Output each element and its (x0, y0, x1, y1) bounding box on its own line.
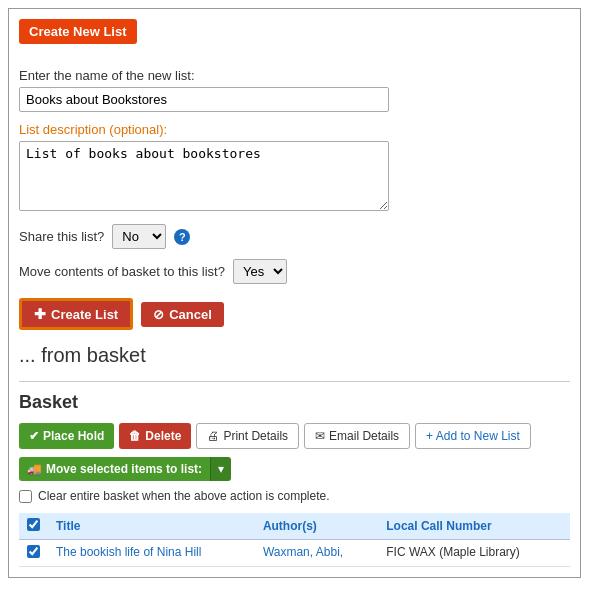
move-basket-select[interactable]: Yes No (233, 259, 287, 284)
list-desc-input[interactable]: List of books about bookstores (19, 141, 389, 211)
cancel-icon: ⊘ (153, 307, 164, 322)
share-label: Share this list? (19, 229, 104, 244)
delete-label: Delete (145, 429, 181, 443)
print-details-button[interactable]: 🖨 Print Details (196, 423, 299, 449)
desc-label: List description (optional): (19, 122, 570, 137)
from-basket-text: ... from basket (19, 344, 570, 367)
basket-toolbar: ✔ Place Hold 🗑 Delete 🖨 Print Details ✉ … (19, 423, 570, 449)
checkmark-icon: ✔ (29, 429, 39, 443)
printer-icon: 🖨 (207, 429, 219, 443)
email-details-label: Email Details (329, 429, 399, 443)
place-hold-label: Place Hold (43, 429, 104, 443)
print-details-label: Print Details (223, 429, 288, 443)
move-selected-button[interactable]: 🚚 Move selected items to list: (19, 457, 210, 481)
trash-icon: 🗑 (129, 429, 141, 443)
cancel-label: Cancel (169, 307, 212, 322)
basket-title: Basket (19, 392, 570, 413)
share-select[interactable]: No Yes (112, 224, 166, 249)
move-dropdown-button[interactable]: ▾ (210, 457, 231, 481)
select-all-checkbox[interactable] (27, 518, 40, 531)
author-column-header: Author(s) (255, 513, 378, 540)
add-icon: + Add to New List (426, 429, 520, 443)
delete-button[interactable]: 🗑 Delete (119, 423, 191, 449)
list-name-input[interactable] (19, 87, 389, 112)
clear-basket-label: Clear entire basket when the above actio… (38, 489, 330, 503)
book-title-link[interactable]: The bookish life of Nina Hill (56, 545, 201, 559)
create-new-list-button[interactable]: Create New List (19, 19, 137, 44)
move-basket-label: Move contents of basket to this list? (19, 264, 225, 279)
basket-table: Title Author(s) Local Call Number The bo… (19, 513, 570, 567)
add-to-new-list-button[interactable]: + Add to New List (415, 423, 531, 449)
clear-basket-checkbox[interactable] (19, 490, 32, 503)
email-details-button[interactable]: ✉ Email Details (304, 423, 410, 449)
email-icon: ✉ (315, 429, 325, 443)
place-hold-button[interactable]: ✔ Place Hold (19, 423, 114, 449)
call-number-cell: FIC WAX (Maple Library) (378, 540, 570, 567)
cancel-button[interactable]: ⊘ Cancel (141, 302, 224, 327)
create-list-label: Create List (51, 307, 118, 322)
title-column-header: Title (48, 513, 255, 540)
chevron-down-icon: ▾ (218, 462, 224, 476)
name-label: Enter the name of the new list: (19, 68, 570, 83)
table-row: The bookish life of Nina Hill Waxman, Ab… (19, 540, 570, 567)
row-checkbox[interactable] (27, 545, 40, 558)
plus-icon: ✚ (34, 306, 46, 322)
move-selected-label: Move selected items to list: (46, 462, 202, 476)
help-icon[interactable]: ? (174, 229, 190, 245)
author-link[interactable]: Waxman, Abbi, (263, 545, 343, 559)
move-row: 🚚 Move selected items to list: ▾ (19, 457, 570, 481)
call-number-column-header: Local Call Number (378, 513, 570, 540)
divider (19, 381, 570, 382)
create-list-button[interactable]: ✚ Create List (19, 298, 133, 330)
truck-icon: 🚚 (27, 462, 42, 476)
clear-row: Clear entire basket when the above actio… (19, 489, 570, 503)
